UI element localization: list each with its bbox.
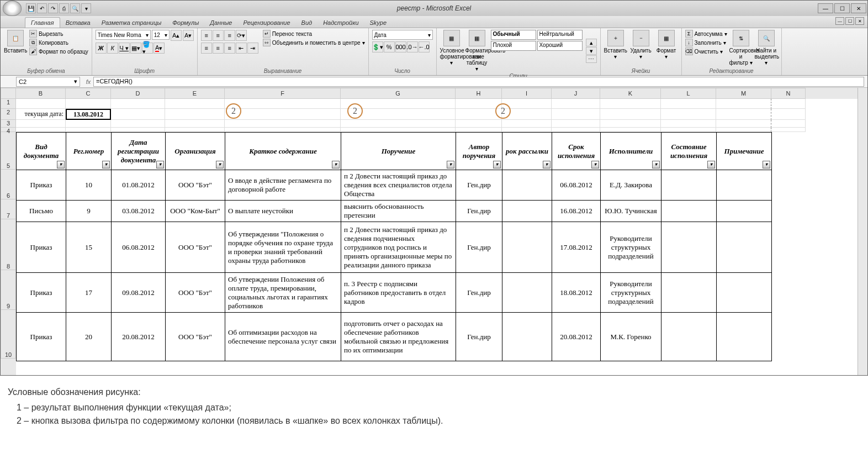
table-cell[interactable] <box>717 170 772 201</box>
table-cell[interactable]: М.К. Горенко <box>601 313 661 361</box>
cell[interactable] <box>66 99 111 109</box>
decrease-decimal-button[interactable]: ←.0 <box>419 41 430 52</box>
row-header-3[interactable]: 3 <box>1 120 16 128</box>
cell[interactable] <box>771 99 806 109</box>
current-date-value[interactable]: 13.08.2012 <box>66 109 111 120</box>
tab-review[interactable]: Рецензирование <box>237 18 295 28</box>
orientation-button[interactable]: ⟳▾ <box>236 30 247 41</box>
cell[interactable] <box>771 128 806 132</box>
cell[interactable] <box>165 109 225 120</box>
tab-formulas[interactable]: Формулы <box>167 18 204 28</box>
table-cell[interactable]: 20.08.2012 <box>112 313 166 361</box>
table-cell[interactable]: Приказ <box>17 313 66 361</box>
table-cell[interactable]: Ген.дир <box>456 201 502 222</box>
formula-bar[interactable]: =СЕГОДНЯ() <box>93 77 864 87</box>
cell[interactable] <box>456 99 502 109</box>
table-cell[interactable]: подготовить отчет о расходах на обеспече… <box>341 313 456 361</box>
table-cell[interactable]: ООО "Бэт" <box>166 313 225 361</box>
qat-undo-icon[interactable]: ↶ <box>37 3 47 13</box>
find-select-button[interactable]: 🔍Найти ивыделить ▾ <box>755 30 778 67</box>
fill-button[interactable]: ↓Заполнить ▾ <box>685 39 727 46</box>
col-header-C[interactable]: C <box>66 88 111 99</box>
cell-style-neutral[interactable]: Нейтральный <box>537 30 583 40</box>
table-cell[interactable] <box>502 222 552 273</box>
doc-restore-button[interactable]: ☐ <box>845 17 854 25</box>
table-cell[interactable]: 20.08.2012 <box>552 313 601 361</box>
font-name-select[interactable]: Times New Roma▾ <box>96 30 151 40</box>
row-header-2[interactable]: 2 <box>1 109 16 120</box>
table-cell[interactable]: Об утверждении Положения об оплате труда… <box>225 273 341 313</box>
tab-home[interactable]: Главная <box>25 17 60 28</box>
table-cell[interactable]: п 2 Довести настоящий приказ до сведения… <box>341 170 456 201</box>
cell[interactable] <box>716 99 771 109</box>
office-button[interactable] <box>3 1 22 16</box>
align-top-button[interactable]: ≡ <box>201 30 212 41</box>
cell[interactable] <box>600 109 661 120</box>
table-cell[interactable]: Об оптимизации расходов на обеспечение п… <box>225 313 341 361</box>
row-header-5[interactable]: 5 <box>1 132 16 170</box>
table-cell[interactable] <box>502 201 552 222</box>
doc-minimize-button[interactable]: — <box>835 17 844 25</box>
cell[interactable] <box>600 128 661 132</box>
table-cell[interactable]: Ю.Ю. Тучинская <box>601 201 661 222</box>
filter-button[interactable]: ▾ <box>447 161 454 168</box>
row-header-8[interactable]: 8 <box>1 219 16 270</box>
table-cell[interactable]: п. 3 Реестр с подписями работников предо… <box>341 273 456 313</box>
cell[interactable] <box>600 99 661 109</box>
table-cell[interactable]: 09.08.2012 <box>112 273 166 313</box>
cell[interactable] <box>661 99 716 109</box>
col-header-M[interactable]: M <box>716 88 771 99</box>
table-cell[interactable] <box>661 170 717 201</box>
align-middle-button[interactable]: ≡ <box>213 30 224 41</box>
table-cell[interactable]: Е.Д. Закирова <box>601 170 661 201</box>
decrease-indent-button[interactable]: ⇤ <box>236 43 247 54</box>
cell[interactable] <box>502 128 552 132</box>
cell[interactable] <box>225 99 341 109</box>
row-header-9[interactable]: 9 <box>1 270 16 310</box>
table-cell[interactable]: Приказ <box>17 222 66 273</box>
cell[interactable] <box>341 120 456 128</box>
align-center-button[interactable]: ≡ <box>213 43 224 54</box>
cell[interactable] <box>552 109 600 120</box>
current-date-label[interactable]: текущая дата: <box>16 109 66 120</box>
fx-icon[interactable]: fx <box>83 78 93 85</box>
table-cell[interactable] <box>661 222 717 273</box>
table-cell[interactable] <box>717 313 772 361</box>
decrease-font-button[interactable]: A▾ <box>183 30 194 41</box>
table-cell[interactable] <box>502 273 552 313</box>
close-button[interactable]: ✕ <box>851 3 866 13</box>
qat-print-icon[interactable]: ⎙ <box>59 3 69 13</box>
tab-addins[interactable]: Надстройки <box>317 18 364 28</box>
table-cell[interactable] <box>502 170 552 201</box>
table-cell[interactable]: ООО "Ком-Быт" <box>166 201 225 222</box>
table-cell[interactable]: Ген.дир <box>456 170 502 201</box>
col-header-N[interactable]: N <box>771 88 806 99</box>
table-cell[interactable]: 01.08.2012 <box>112 170 166 201</box>
table-cell[interactable]: 17 <box>66 273 112 313</box>
table-cell[interactable]: 9 <box>66 201 112 222</box>
doc-close-button[interactable]: ✕ <box>855 17 864 25</box>
filter-button[interactable]: ▾ <box>216 161 224 168</box>
cell[interactable] <box>225 109 341 120</box>
cell[interactable] <box>165 99 225 109</box>
italic-button[interactable]: К <box>107 43 118 54</box>
col-header-D[interactable]: D <box>111 88 165 99</box>
cell[interactable] <box>771 120 806 128</box>
sort-filter-button[interactable]: ⇅Сортировкаи фильтр ▾ <box>729 30 753 67</box>
format-cells-button[interactable]: ▦Формат ▾ <box>655 30 678 67</box>
table-cell[interactable]: 20 <box>66 313 112 361</box>
table-cell[interactable]: выяснить обоснованность претензии <box>341 201 456 222</box>
table-cell[interactable]: Об утверждении "Положения о порядке обуч… <box>225 222 341 273</box>
table-cell[interactable]: 03.08.2012 <box>112 201 166 222</box>
border-button[interactable]: ▦▾ <box>130 43 141 54</box>
align-bottom-button[interactable]: ≡ <box>224 30 235 41</box>
align-left-button[interactable]: ≡ <box>201 43 212 54</box>
cell[interactable] <box>16 120 66 128</box>
format-as-table-button[interactable]: ▦ Форматировать как таблицу ▾ <box>465 30 489 72</box>
table-cell[interactable]: Приказ <box>17 170 66 201</box>
cell[interactable] <box>600 120 661 128</box>
table-cell[interactable]: 15 <box>66 222 112 273</box>
table-cell[interactable] <box>661 313 717 361</box>
row-header-6[interactable]: 6 <box>1 170 16 199</box>
table-cell[interactable]: Ген.дир <box>456 273 502 313</box>
